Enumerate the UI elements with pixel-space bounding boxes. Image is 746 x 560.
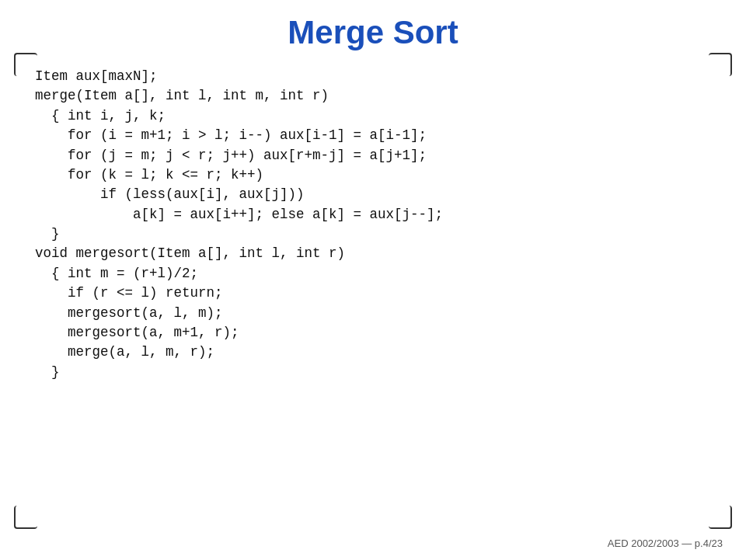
slide-container: Merge Sort Item aux[maxN]; merge(Item a[… [0, 0, 746, 560]
border-top-left [14, 53, 37, 76]
slide-title: Merge Sort [0, 14, 746, 51]
slide-title-area: Merge Sort [0, 0, 746, 59]
footer-text: AED 2002/2003 — p.4/23 [608, 537, 723, 549]
code-content-area: Item aux[maxN]; merge(Item a[], int l, i… [0, 59, 746, 390]
code-block: Item aux[maxN]; merge(Item a[], int l, i… [35, 67, 711, 382]
border-top-right [709, 53, 732, 76]
border-bottom-right [709, 506, 732, 529]
border-bottom-left [14, 506, 37, 529]
